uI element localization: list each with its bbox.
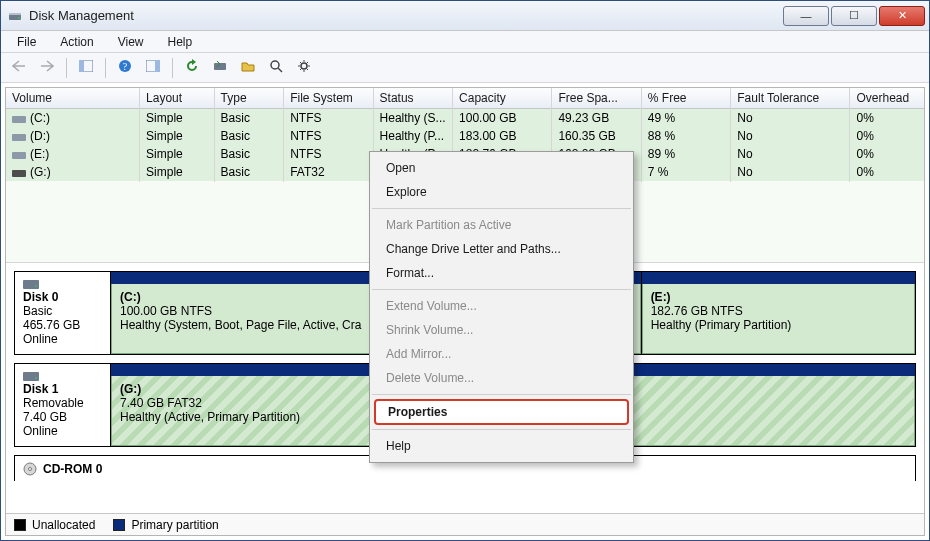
- svg-rect-4: [79, 60, 84, 72]
- disk-0-label[interactable]: Disk 0 Basic 465.76 GB Online: [15, 272, 111, 354]
- cell-pctfree: 88 %: [642, 126, 731, 146]
- drive-icon: [12, 150, 26, 160]
- cell-fault: No: [731, 126, 850, 146]
- col-header-free[interactable]: Free Spa...: [552, 88, 641, 108]
- cell-fault: No: [731, 108, 850, 128]
- svg-rect-13: [12, 116, 26, 123]
- svg-point-22: [29, 467, 32, 470]
- cell-layout: Simple: [140, 162, 215, 182]
- title-bar[interactable]: Disk Management — ☐ ✕: [1, 1, 929, 31]
- open-button[interactable]: [236, 56, 260, 80]
- drive-icon: [12, 114, 26, 124]
- cdrom-icon: [23, 462, 37, 476]
- cell-type: Basic: [215, 144, 285, 164]
- cell-fs: NTFS: [284, 126, 373, 146]
- svg-text:?: ?: [123, 61, 128, 72]
- cdrom-0-name: CD-ROM 0: [43, 462, 102, 476]
- cell-volume: (C:): [30, 111, 50, 125]
- cell-volume: (E:): [30, 147, 49, 161]
- cell-type: Basic: [215, 126, 285, 146]
- col-header-layout[interactable]: Layout: [140, 88, 215, 108]
- col-header-status[interactable]: Status: [374, 88, 454, 108]
- col-header-filesystem[interactable]: File System: [284, 88, 373, 108]
- menu-action[interactable]: Action: [50, 33, 103, 51]
- cell-status: Healthy (P...: [374, 126, 454, 146]
- partition-e[interactable]: (E:) 182.76 GB NTFS Healthy (Primary Par…: [642, 272, 915, 354]
- col-header-pctfree[interactable]: % Free: [642, 88, 731, 108]
- legend-primary: Primary partition: [113, 518, 218, 532]
- legend-unallocated-label: Unallocated: [32, 518, 95, 532]
- disk-0-state: Online: [23, 332, 102, 346]
- disk-icon: [23, 278, 102, 290]
- ctx-format[interactable]: Format...: [370, 261, 633, 285]
- drive-icon: [12, 132, 26, 142]
- find-button[interactable]: [264, 56, 288, 80]
- ctx-open[interactable]: Open: [370, 156, 633, 180]
- back-button[interactable]: [7, 56, 31, 80]
- svg-line-11: [278, 68, 282, 72]
- col-header-type[interactable]: Type: [215, 88, 285, 108]
- settings-button[interactable]: [292, 56, 316, 80]
- svg-rect-14: [12, 134, 26, 141]
- volume-row[interactable]: (D:) Simple Basic NTFS Healthy (P... 183…: [6, 127, 924, 145]
- gear-icon: [297, 59, 311, 76]
- disk-scan-icon: [213, 60, 227, 75]
- cell-layout: Simple: [140, 144, 215, 164]
- svg-rect-16: [12, 170, 26, 177]
- disk-icon: [23, 370, 102, 382]
- drive-icon: [12, 168, 26, 178]
- partition-e-line3: Healthy (Primary Partition): [651, 318, 906, 332]
- legend-primary-label: Primary partition: [131, 518, 218, 532]
- disk-management-window: Disk Management — ☐ ✕ File Action View H…: [0, 0, 930, 541]
- cell-pctfree: 89 %: [642, 144, 731, 164]
- show-hide-action-pane-button[interactable]: [141, 56, 165, 80]
- disk-1-state: Online: [23, 424, 102, 438]
- svg-rect-19: [23, 372, 39, 381]
- swatch-navy: [113, 519, 125, 531]
- forward-button[interactable]: [35, 56, 59, 80]
- cell-overhead: 0%: [850, 126, 924, 146]
- disk-0-size: 465.76 GB: [23, 318, 102, 332]
- ctx-properties[interactable]: Properties: [374, 399, 629, 425]
- col-header-volume[interactable]: Volume: [6, 88, 140, 108]
- ctx-add-mirror: Add Mirror...: [370, 342, 633, 366]
- help-button[interactable]: ?: [113, 56, 137, 80]
- minimize-icon: —: [801, 10, 812, 22]
- menu-help[interactable]: Help: [158, 33, 203, 51]
- panel-icon: [79, 60, 93, 75]
- context-menu: Open Explore Mark Partition as Active Ch…: [369, 151, 634, 463]
- menu-view[interactable]: View: [108, 33, 154, 51]
- ctx-delete: Delete Volume...: [370, 366, 633, 390]
- menu-file[interactable]: File: [7, 33, 46, 51]
- cell-volume: (D:): [30, 129, 50, 143]
- maximize-icon: ☐: [849, 9, 859, 22]
- volume-row[interactable]: (C:) Simple Basic NTFS Healthy (S... 100…: [6, 109, 924, 127]
- close-button[interactable]: ✕: [879, 6, 925, 26]
- partition-e-line2: 182.76 GB NTFS: [651, 304, 906, 318]
- arrow-left-icon: [12, 60, 26, 75]
- ctx-separator: [372, 394, 631, 395]
- ctx-shrink: Shrink Volume...: [370, 318, 633, 342]
- cell-free: 49.23 GB: [552, 108, 641, 128]
- swatch-black: [14, 519, 26, 531]
- show-hide-console-tree-button[interactable]: [74, 56, 98, 80]
- col-header-overhead[interactable]: Overhead: [850, 88, 924, 108]
- svg-rect-17: [23, 280, 39, 289]
- ctx-explore[interactable]: Explore: [370, 180, 633, 204]
- cell-layout: Simple: [140, 108, 215, 128]
- cell-fs: NTFS: [284, 144, 373, 164]
- rescan-disks-button[interactable]: [208, 56, 232, 80]
- ctx-change-letter[interactable]: Change Drive Letter and Paths...: [370, 237, 633, 261]
- disk-1-label[interactable]: Disk 1 Removable 7.40 GB Online: [15, 364, 111, 446]
- maximize-button[interactable]: ☐: [831, 6, 877, 26]
- refresh-button[interactable]: [180, 56, 204, 80]
- disk-1-size: 7.40 GB: [23, 410, 102, 424]
- ctx-help[interactable]: Help: [370, 434, 633, 458]
- cell-capacity: 100.00 GB: [453, 108, 552, 128]
- cell-fs: NTFS: [284, 108, 373, 128]
- cell-status: Healthy (S...: [374, 108, 454, 128]
- legend-bar: Unallocated Primary partition: [6, 513, 924, 535]
- col-header-capacity[interactable]: Capacity: [453, 88, 552, 108]
- minimize-button[interactable]: —: [783, 6, 829, 26]
- col-header-fault[interactable]: Fault Tolerance: [731, 88, 850, 108]
